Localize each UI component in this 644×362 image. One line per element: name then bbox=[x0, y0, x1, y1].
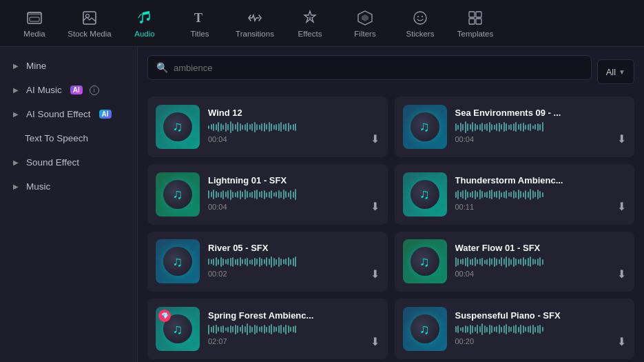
card-meta: 00:04 ⬇ bbox=[208, 132, 380, 145]
sidebar-item-ai-music-label: AI Music bbox=[26, 85, 62, 95]
sidebar-item-mine-label: Mine bbox=[26, 61, 46, 71]
nav-stickers[interactable]: Stickers bbox=[393, 3, 448, 44]
download-button[interactable]: ⬇ bbox=[371, 268, 380, 281]
card-info: River 05 - SFX 00:02 ⬇ bbox=[208, 243, 380, 281]
download-button[interactable]: ⬇ bbox=[371, 335, 380, 348]
chevron-down-icon: ▼ bbox=[619, 68, 625, 76]
card-info: Sea Environments 09 - ... 00:04 ⬇ bbox=[455, 108, 627, 145]
card-thumbnail: ♫ bbox=[403, 172, 447, 217]
effects-icon bbox=[301, 9, 319, 27]
ai-sound-badge: AI bbox=[99, 110, 112, 119]
card-meta: 00:04 ⬇ bbox=[455, 268, 627, 281]
nav-transitions[interactable]: Transitions bbox=[227, 3, 282, 44]
svg-rect-16 bbox=[469, 19, 475, 24]
sidebar-item-tts-label: Text To Speech bbox=[25, 133, 88, 143]
audio-card-lightning-01[interactable]: ♫ Lightning 01 - SFX 00:04 ⬇ bbox=[147, 164, 388, 225]
nav-media-label: Media bbox=[23, 30, 45, 38]
card-thumbnail: ♫ bbox=[156, 172, 200, 217]
filters-icon bbox=[356, 9, 374, 27]
card-meta: 00:20 ⬇ bbox=[455, 335, 627, 348]
card-thumbnail: ♫ bbox=[403, 105, 447, 149]
download-button[interactable]: ⬇ bbox=[617, 335, 626, 348]
svg-rect-2 bbox=[30, 17, 39, 21]
audio-card-sea-env[interactable]: ♫ Sea Environments 09 - ... 00:04 ⬇ bbox=[395, 97, 635, 157]
nav-effects-label: Effects bbox=[298, 30, 322, 38]
card-duration: 00:20 bbox=[455, 337, 475, 345]
templates-icon bbox=[466, 9, 484, 27]
filter-dropdown[interactable]: All ▼ bbox=[597, 59, 634, 84]
download-button[interactable]: ⬇ bbox=[371, 200, 380, 213]
audio-card-water-flow[interactable]: ♫ Water Flow 01 - SFX 00:04 ⬇ bbox=[395, 232, 635, 292]
svg-rect-17 bbox=[476, 19, 481, 24]
audio-card-wind-12[interactable]: ♫ Wind 12 00:04 ⬇ bbox=[147, 97, 388, 157]
sidebar-item-ai-sound-label: AI Sound Effect bbox=[26, 109, 91, 119]
thumb-inner: ♫ bbox=[163, 112, 192, 141]
card-meta: 02:07 ⬇ bbox=[208, 335, 380, 348]
nav-filters[interactable]: Filters bbox=[337, 3, 393, 44]
card-title: Water Flow 01 - SFX bbox=[455, 243, 627, 253]
waveform bbox=[208, 257, 380, 268]
download-button[interactable]: ⬇ bbox=[617, 268, 626, 281]
sidebar: ▶ Mine ▶ AI Music AI i ▶ AI Sound Effect… bbox=[0, 47, 138, 362]
music-note-icon: ♫ bbox=[173, 186, 183, 202]
audio-card-suspenseful-piano[interactable]: ♫ Suspenseful Piano - SFX 00:20 ⬇ bbox=[395, 299, 635, 359]
music-note-icon: ♫ bbox=[419, 254, 430, 270]
card-meta: 00:04 ⬇ bbox=[208, 200, 380, 213]
card-thumbnail: ♫ bbox=[403, 239, 447, 283]
waveform bbox=[455, 324, 627, 335]
download-button[interactable]: ⬇ bbox=[371, 132, 380, 145]
nav-transitions-label: Transitions bbox=[236, 30, 274, 38]
music-note-icon: ♫ bbox=[419, 321, 430, 337]
card-thumbnail: ♫ bbox=[156, 105, 200, 149]
svg-marker-10 bbox=[362, 14, 368, 21]
search-input[interactable] bbox=[174, 63, 583, 73]
nav-media[interactable]: Media bbox=[7, 3, 62, 44]
audio-card-river-05[interactable]: ♫ River 05 - SFX 00:02 ⬇ bbox=[147, 232, 388, 292]
svg-rect-14 bbox=[469, 12, 475, 17]
sidebar-item-text-to-speech[interactable]: Text To Speech bbox=[0, 126, 137, 150]
nav-filters-label: Filters bbox=[354, 30, 375, 38]
thumb-inner: ♫ bbox=[411, 180, 439, 209]
chevron-right-icon: ▶ bbox=[11, 182, 21, 192]
waveform bbox=[208, 324, 380, 335]
card-thumbnail: ♫ bbox=[156, 239, 200, 283]
card-meta: 00:02 ⬇ bbox=[208, 268, 380, 281]
card-title: Sea Environments 09 - ... bbox=[455, 108, 627, 118]
info-icon[interactable]: i bbox=[90, 86, 99, 95]
search-icon: 🔍 bbox=[156, 62, 168, 73]
sidebar-item-sound-effect[interactable]: ▶ Sound Effect bbox=[0, 150, 137, 174]
sidebar-item-music[interactable]: ▶ Music bbox=[0, 174, 137, 199]
music-note-icon: ♫ bbox=[173, 119, 183, 134]
nav-titles[interactable]: T Titles bbox=[172, 3, 227, 44]
audio-card-spring-forest[interactable]: 💎 ♫ Spring Forest Ambienc... 02:07 ⬇ bbox=[147, 299, 388, 359]
sidebar-item-ai-sound-effect[interactable]: ▶ AI Sound Effect AI bbox=[0, 102, 137, 126]
card-title: Spring Forest Ambienc... bbox=[208, 310, 380, 321]
svg-rect-1 bbox=[28, 12, 41, 15]
audio-card-thunderstorm[interactable]: ♫ Thunderstorm Ambienc... 00:11 ⬇ bbox=[395, 164, 635, 225]
svg-point-11 bbox=[414, 12, 426, 24]
audio-grid: ♫ Wind 12 00:04 ⬇ ♫ Sea Environments 09 … bbox=[147, 97, 634, 359]
music-note-icon: ♫ bbox=[419, 119, 430, 134]
ai-music-badge: AI bbox=[70, 86, 83, 94]
card-meta: 00:11 ⬇ bbox=[455, 200, 627, 213]
svg-point-13 bbox=[422, 16, 423, 17]
sidebar-item-sound-effect-label: Sound Effect bbox=[26, 157, 79, 168]
nav-templates[interactable]: Templates bbox=[448, 3, 503, 44]
thumb-inner: ♫ bbox=[411, 112, 439, 141]
nav-effects[interactable]: Effects bbox=[282, 3, 337, 44]
card-title: Suspenseful Piano - SFX bbox=[455, 310, 627, 321]
sidebar-item-mine[interactable]: ▶ Mine bbox=[0, 54, 137, 78]
nav-stock-media[interactable]: Stock Media bbox=[62, 3, 117, 44]
sidebar-item-ai-music[interactable]: ▶ AI Music AI i bbox=[0, 78, 137, 102]
thumb-inner: ♫ bbox=[411, 314, 439, 343]
waveform bbox=[455, 189, 627, 200]
download-button[interactable]: ⬇ bbox=[617, 200, 626, 213]
download-button[interactable]: ⬇ bbox=[617, 132, 626, 145]
content-area: 🔍 All ▼ ♫ Wind 12 00:04 ⬇ bbox=[138, 47, 644, 362]
card-info: Spring Forest Ambienc... 02:07 ⬇ bbox=[208, 310, 380, 348]
search-bar[interactable]: 🔍 bbox=[147, 55, 592, 80]
svg-rect-15 bbox=[476, 12, 481, 17]
nav-audio[interactable]: Audio bbox=[117, 3, 172, 44]
transitions-icon bbox=[246, 9, 264, 27]
nav-stock-media-label: Stock Media bbox=[67, 30, 111, 38]
